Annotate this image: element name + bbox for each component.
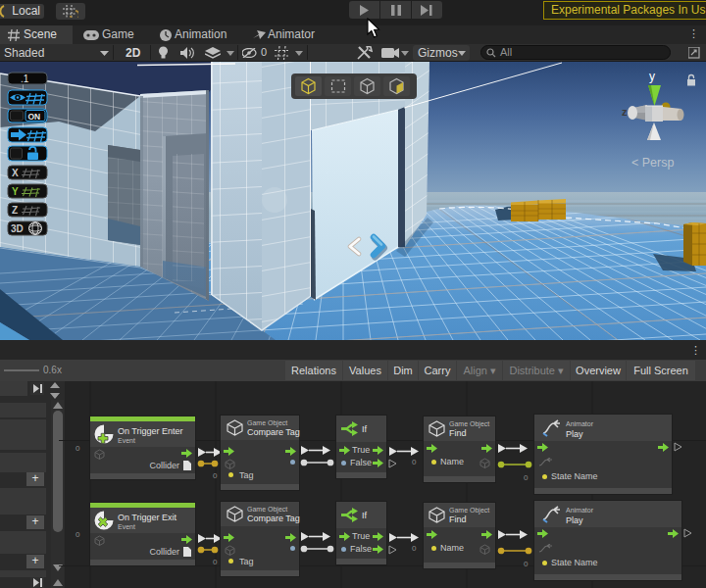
svg-text:X: X bbox=[12, 168, 19, 178]
svg-text:z: z bbox=[622, 106, 628, 118]
svg-text:3D: 3D bbox=[11, 223, 24, 234]
svg-text:Z: Z bbox=[12, 205, 18, 216]
svg-text:Y: Y bbox=[12, 186, 19, 197]
svg-text:< Persp: < Persp bbox=[631, 156, 674, 170]
svg-text:.1: .1 bbox=[21, 74, 29, 84]
svg-text:ON: ON bbox=[28, 112, 41, 122]
svg-text:y: y bbox=[649, 70, 655, 83]
